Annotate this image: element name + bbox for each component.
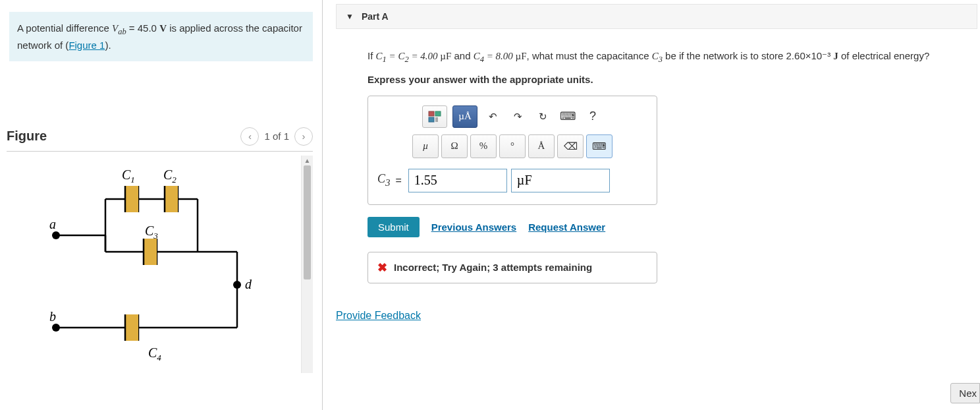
answer-unit-input[interactable] [511,169,610,192]
figure-area: a b d C1 C2 C3 C4 ▲ [7,156,313,373]
svg-rect-41 [429,117,434,122]
answer-box: µÅ ↶ ↷ ↻ ⌨ ? µ Ω % ° Å ⌫ ⌨ C3 = [368,96,657,205]
mu-button[interactable]: µ [412,134,439,158]
previous-answers-link[interactable]: Previous Answers [431,221,517,233]
part-label: Part A [362,11,389,22]
v-unit: V [159,23,167,34]
answer-line: C3 = [377,169,647,192]
angstrom-button[interactable]: Å [528,134,555,158]
degree-button[interactable]: ° [499,134,526,158]
figure-link[interactable]: Figure 1 [68,40,105,51]
equals-sign: = [396,175,402,187]
percent-button[interactable]: % [470,134,497,158]
circuit-diagram: a b d C1 C2 C3 C4 [7,156,301,373]
part-header[interactable]: ▼ Part A [336,4,977,29]
svg-text:b: b [49,309,56,324]
svg-text:C3: C3 [145,223,158,241]
svg-rect-42 [435,117,438,122]
toolbar-row-2: µ Ω % ° Å ⌫ ⌨ [377,134,647,158]
scroll-up-icon: ▲ [304,156,311,165]
help-button[interactable]: ? [583,105,603,128]
request-answer-link[interactable]: Request Answer [528,221,605,233]
scroll-thumb[interactable] [304,165,311,279]
figure-divider [7,151,313,152]
keyboard2-button[interactable]: ⌨ [586,134,612,158]
svg-text:C4: C4 [148,345,161,363]
caret-down-icon: ▼ [346,12,354,21]
problem-close: ). [105,40,111,51]
right-panel: ▼ Part A If C1 = C2 = 4.00 µF and C4 = 8… [323,0,980,410]
svg-point-30 [52,324,60,332]
answer-var-label: C3 [377,172,391,189]
toolbar-row-1: µÅ ↶ ↷ ↻ ⌨ ? [377,105,647,128]
next-button[interactable]: Nex [950,383,980,403]
templates-button[interactable] [422,105,447,128]
provide-feedback-link[interactable]: Provide Feedback [336,310,980,322]
svg-point-29 [52,231,60,239]
incorrect-icon: ✖ [377,260,387,275]
svg-text:C1: C1 [122,167,135,185]
feedback-message: Incorrect; Try Again; 3 attempts remaini… [394,262,592,273]
var-V: Vab [112,23,126,34]
svg-text:C2: C2 [163,167,177,185]
keyboard-icon[interactable]: ⌨ [558,105,578,128]
answer-value-input[interactable] [408,169,507,192]
pager-next-button[interactable]: › [294,127,313,146]
svg-rect-39 [429,111,434,116]
action-row: Submit Previous Answers Request Answer [368,217,967,237]
svg-text:a: a [49,217,56,231]
figure-scrollbar[interactable]: ▲ [301,156,313,373]
question-text: If C1 = C2 = 4.00 µF and C4 = 8.00 µF, w… [368,49,960,66]
feedback-box: ✖ Incorrect; Try Again; 3 attempts remai… [368,252,657,283]
answer-instruction: Express your answer with the appropriate… [368,74,967,85]
units-button[interactable]: µÅ [452,105,477,128]
problem-statement: A potential difference Vab = 45.0 V is a… [9,12,313,61]
pager-prev-button[interactable]: ‹ [240,127,259,146]
left-panel: A potential difference Vab = 45.0 V is a… [0,0,323,410]
redo-button[interactable]: ↷ [508,105,528,128]
svg-rect-40 [435,111,441,116]
problem-pre: A potential difference [17,22,112,34]
figure-header: Figure ‹ 1 of 1 › [7,127,313,146]
backspace-button[interactable]: ⌫ [557,134,584,158]
omega-button[interactable]: Ω [441,134,468,158]
submit-button[interactable]: Submit [368,217,420,237]
reset-button[interactable]: ↻ [533,105,553,128]
figure-title: Figure [7,129,47,144]
figure-pager: ‹ 1 of 1 › [240,127,313,146]
v-value: = 45.0 [126,22,159,34]
pager-text: 1 of 1 [264,131,289,142]
svg-text:d: d [245,277,252,291]
svg-point-31 [233,281,241,289]
undo-button[interactable]: ↶ [483,105,503,128]
